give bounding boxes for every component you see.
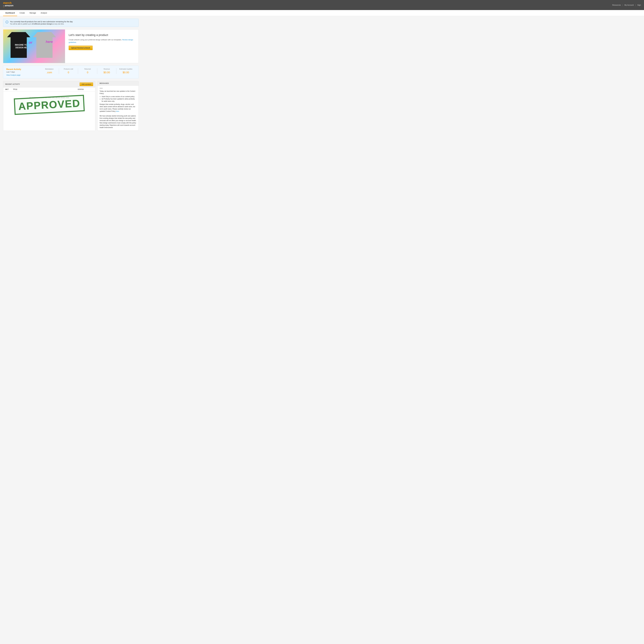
hero-description: Create artwork using your preferred desi… — [69, 39, 135, 44]
info-suffix: new submission remaining for the day — [42, 21, 73, 23]
info-mid: products live and — [26, 21, 41, 23]
or-text: or — [29, 40, 32, 45]
upload-artwork-button[interactable]: Upload finished artwork — [69, 46, 93, 50]
messages-panel: MESSAGES 10/4 Today, we launched two new… — [97, 81, 139, 131]
nav-create[interactable]: Create — [17, 10, 27, 16]
tshirt-design-text: IMAGINE YOUR DESIGN HERE — [14, 44, 31, 49]
table-empty-message: All created products with their URL will… — [3, 91, 95, 104]
stat-marketplace-label: Marketplace — [41, 68, 58, 70]
stat-royalties-label: Estimated royalties — [118, 68, 134, 70]
messages-header: MESSAGES — [98, 81, 138, 86]
header-navigation: Resources | My Account | Sign — [612, 4, 641, 6]
stat-returned-value: 0 — [79, 71, 96, 74]
site-header: merch by amazon 〜 Resources | My Account… — [0, 0, 644, 10]
stat-royalties: Estimated royalties $0.00 — [116, 68, 135, 74]
table-header-title: RECENT ACTIVITY — [5, 83, 20, 85]
recent-activity-table: RECENT ACTIVITY Add a product MKT TITLE … — [3, 81, 95, 131]
hero-section: IMAGINE YOUR DESIGN HERE or here Let's s… — [3, 29, 139, 63]
activity-period: Last 7 days — [6, 71, 40, 73]
hero-text-area: Let's start by creating a product Create… — [65, 29, 138, 63]
activity-summary: Recent Activity Last 7 days View Analyze… — [3, 66, 139, 78]
main-navigation: Dashboard Create Manage Analyze — [0, 10, 644, 16]
logo-by: by amazon — [3, 4, 13, 7]
stat-returned: Returned 0 — [78, 68, 97, 74]
logo-smile: 〜 — [3, 7, 4, 9]
tshirt-gray — [33, 32, 56, 58]
message-text: Today, we launched two new updates to th… — [100, 90, 136, 129]
stat-revenue: Revenue $0.00 — [97, 68, 116, 74]
message-date: 10/4 — [100, 87, 136, 89]
table-header: RECENT ACTIVITY Add a product — [3, 81, 95, 87]
nav-separator2: | — [635, 4, 636, 6]
activity-left: Recent Activity Last 7 days View Analyze… — [6, 68, 40, 76]
add-product-button[interactable]: Add a product — [80, 82, 93, 86]
col-title-header: TITLE — [13, 88, 78, 90]
hero-image: IMAGINE YOUR DESIGN HERE or here — [3, 29, 65, 63]
message-item: 10/4 Today, we launched two new updates … — [98, 86, 138, 131]
stat-products-value: 0 — [60, 71, 77, 74]
nav-dashboard[interactable]: Dashboard — [3, 10, 17, 16]
stat-returned-label: Returned — [79, 68, 96, 70]
stat-royalties-value: $0.00 — [118, 71, 134, 74]
activity-stats: Marketplace .com Products sold 0 Returne… — [40, 68, 135, 74]
info-icon: i — [6, 21, 8, 23]
info-live-count: 0 — [25, 21, 26, 23]
info-banner: i You currently have 0 products live and… — [3, 19, 139, 27]
stat-marketplace-value: .com — [41, 71, 58, 74]
info-subtext: You will be able to publish up to 10 dif… — [10, 23, 73, 25]
stat-marketplace: Marketplace .com — [40, 68, 59, 74]
table-columns: MKT TITLE STATUS — [3, 87, 95, 91]
sign-link[interactable]: Sign — [637, 4, 641, 6]
resources-link[interactable]: Resources — [612, 4, 621, 6]
info-submissions-count: 1 — [41, 21, 42, 23]
my-account-link[interactable]: My Account — [624, 4, 634, 6]
logo-merch: merch — [3, 2, 12, 4]
nav-separator: | — [622, 4, 623, 6]
info-text-area: You currently have 0 products live and 1… — [10, 21, 73, 25]
activity-title: Recent Activity — [6, 68, 40, 70]
nav-manage[interactable]: Manage — [27, 10, 38, 16]
info-main-text: You currently have 0 products live and 1… — [10, 21, 73, 23]
view-analyze-link[interactable]: View Analyze page — [6, 74, 20, 76]
tshirt-black: IMAGINE YOUR DESIGN HERE — [7, 32, 30, 58]
main-content: i You currently have 0 products live and… — [0, 16, 142, 133]
stat-revenue-label: Revenue — [99, 68, 115, 70]
hero-title: Let's start by creating a product — [69, 33, 135, 37]
stat-products-sold: Products sold 0 — [59, 68, 78, 74]
col-mkt-header: MKT — [5, 88, 13, 90]
stat-revenue-value: $0.00 — [99, 71, 115, 74]
here-text: here — [46, 40, 53, 44]
bottom-section: RECENT ACTIVITY Add a product MKT TITLE … — [3, 81, 139, 131]
logo: merch by amazon 〜 — [3, 2, 13, 9]
col-status-header: STATUS — [78, 88, 93, 90]
stat-products-label: Products sold — [60, 68, 77, 70]
content-policy-link[interactable]: here. — [116, 110, 119, 112]
nav-analyze[interactable]: Analyze — [38, 10, 49, 16]
info-prefix: You currently have — [10, 21, 25, 23]
